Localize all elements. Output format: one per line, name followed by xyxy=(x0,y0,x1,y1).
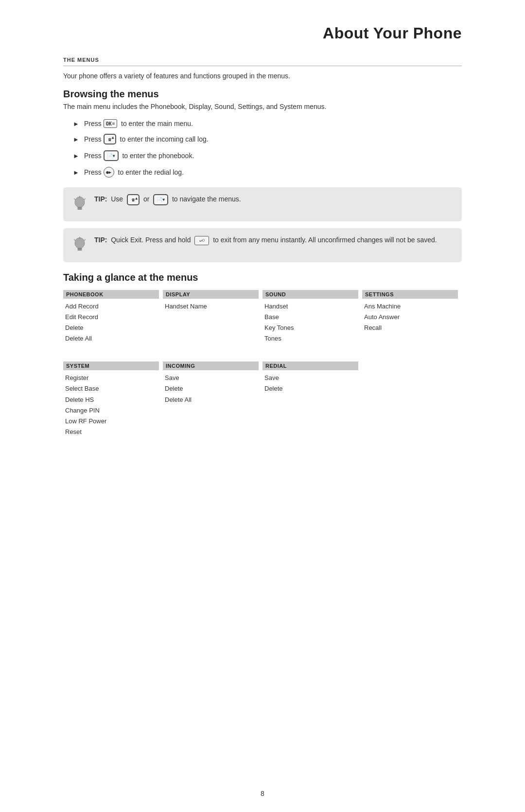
bullet-press-4: Press xyxy=(84,168,102,176)
redial-item-1: Save xyxy=(262,373,358,383)
bulb-icon-2 xyxy=(72,236,88,255)
svg-rect-1 xyxy=(77,207,82,209)
settings-item-3: Recall xyxy=(362,323,458,333)
phonebook-item-1: Add Record xyxy=(63,301,159,312)
bullet-press-1: Press xyxy=(84,120,102,127)
menu-col-phonebook: Phonebook Add Record Edit Record Delete … xyxy=(63,290,163,344)
arrow-icon: ► xyxy=(73,120,79,127)
menu-col-redial: Redial Save Delete xyxy=(262,361,362,437)
intro-text: Your phone offers a variety of features … xyxy=(63,72,462,80)
page-number: 8 xyxy=(261,790,264,797)
bullet-list: ► Press OK ≡ to enter the main menu. ► P… xyxy=(73,119,462,178)
system-item-3: Delete HS xyxy=(63,395,159,405)
arrow-icon-3: ► xyxy=(73,152,79,160)
menu-col-empty xyxy=(362,361,462,437)
menu-key-icon: OK ≡ xyxy=(104,119,117,128)
tip-box-1: TIP: Use ☎ ▲ or 📄 ▼ to navigate the menu… xyxy=(63,187,462,221)
incoming-item-1: Save xyxy=(163,373,259,383)
redial-item-2: Delete xyxy=(262,383,358,394)
settings-item-1: Ans Machine xyxy=(362,301,458,312)
bullet-after-2: to enter the incoming call log. xyxy=(118,135,209,143)
menu-col-display: Display Handset Name xyxy=(163,290,262,344)
tip1-text: TIP: Use ☎ ▲ or 📄 ▼ to navigate the menu… xyxy=(94,194,241,205)
menu-header-incoming: Incoming xyxy=(163,361,259,370)
phonebook-key-icon: 📄 ▼ xyxy=(104,150,119,161)
arrow-icon-4: ► xyxy=(73,169,79,176)
svg-point-6 xyxy=(75,238,85,249)
svg-line-5 xyxy=(84,198,86,199)
bullet-after-1: to enter the main menu. xyxy=(119,120,193,127)
tip2-exit-icon: ↩○ xyxy=(194,236,209,245)
system-item-2: Select Base xyxy=(63,383,159,394)
bullet-after-3: to enter the phonebook. xyxy=(121,152,194,160)
incoming-item-2: Delete xyxy=(163,383,259,394)
svg-rect-8 xyxy=(77,249,82,251)
browsing-heading: Browsing the menus xyxy=(63,89,462,100)
phonebook-item-4: Delete All xyxy=(63,333,159,344)
svg-line-11 xyxy=(84,239,86,240)
sound-item-3: Key Tones xyxy=(262,323,358,333)
bullet-item-redial: ► Press ●▶ to enter the redial log. xyxy=(73,167,462,178)
browsing-sub: The main menu includes the Phonebook, Di… xyxy=(63,103,462,110)
section-label: The Menus xyxy=(63,57,462,63)
svg-line-4 xyxy=(74,198,75,199)
bullet-item-phonebook: ► Press 📄 ▼ to enter the phonebook. xyxy=(73,150,462,161)
sound-item-1: Handset xyxy=(262,301,358,312)
menu-header-system: System xyxy=(63,361,159,370)
phonebook-item-3: Delete xyxy=(63,323,159,333)
menu-header-sound: Sound xyxy=(262,290,358,299)
calllog-key-icon: ☎ ▲ xyxy=(104,134,116,144)
svg-rect-2 xyxy=(77,208,82,210)
system-item-5: Low RF Power xyxy=(63,416,159,427)
phonebook-item-2: Edit Record xyxy=(63,312,159,323)
menu-grid-top: Phonebook Add Record Edit Record Delete … xyxy=(63,290,462,344)
bullet-after-4: to enter the redial log. xyxy=(116,168,184,176)
menu-col-settings: Settings Ans Machine Auto Answer Recall xyxy=(362,290,462,344)
tip1-icon1: ☎ ▲ xyxy=(127,194,140,205)
menu-col-incoming: Incoming Save Delete Delete All xyxy=(163,361,262,437)
system-item-4: Change PIN xyxy=(63,405,159,416)
tip1-icon2: 📄 ▼ xyxy=(153,194,168,205)
divider xyxy=(63,66,462,66)
svg-point-0 xyxy=(75,197,85,208)
bullet-item-menu: ► Press OK ≡ to enter the main menu. xyxy=(73,119,462,128)
menu-col-sound: Sound Handset Base Key Tones Tones xyxy=(262,290,362,344)
bulb-icon-1 xyxy=(72,195,88,215)
bullet-press-3: Press xyxy=(84,152,102,160)
menu-header-settings: Settings xyxy=(362,290,458,299)
tip1-label: TIP: xyxy=(94,195,107,203)
sound-item-4: Tones xyxy=(262,333,358,344)
display-item-1: Handset Name xyxy=(163,301,259,312)
page-title: About Your Phone xyxy=(63,24,462,42)
bullet-press-2: Press xyxy=(84,135,102,143)
arrow-icon-2: ► xyxy=(73,136,79,143)
menu-header-display: Display xyxy=(163,290,259,299)
menu-header-phonebook: Phonebook xyxy=(63,290,159,299)
tip2-text: TIP: Quick Exit. Press and hold ↩○ to ex… xyxy=(94,235,437,245)
menu-header-redial: Redial xyxy=(262,361,358,370)
menu-col-system: System Register Select Base Delete HS Ch… xyxy=(63,361,163,437)
svg-rect-7 xyxy=(77,248,82,250)
menu-grid-bottom: System Register Select Base Delete HS Ch… xyxy=(63,361,462,437)
tip-box-2: TIP: Quick Exit. Press and hold ↩○ to ex… xyxy=(63,228,462,262)
settings-item-2: Auto Answer xyxy=(362,312,458,323)
tip2-label: TIP: xyxy=(94,236,107,244)
sound-item-2: Base xyxy=(262,312,358,323)
bullet-item-calllog: ► Press ☎ ▲ to enter the incoming call l… xyxy=(73,134,462,144)
svg-line-10 xyxy=(74,239,75,240)
glance-heading: Taking a glance at the menus xyxy=(63,272,462,283)
redial-key-icon: ●▶ xyxy=(104,167,114,178)
system-item-6: Reset xyxy=(63,427,159,437)
system-item-1: Register xyxy=(63,373,159,383)
incoming-item-3: Delete All xyxy=(163,395,259,405)
